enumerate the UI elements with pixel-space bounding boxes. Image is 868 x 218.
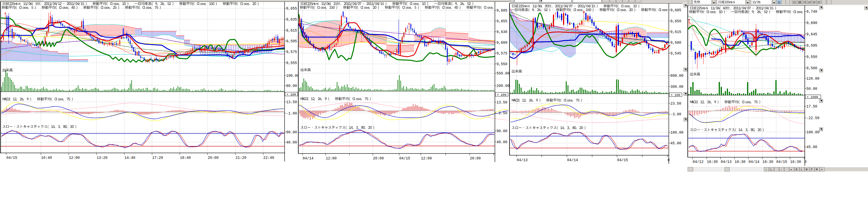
- svg-text:9,550: 9,550: [496, 62, 507, 66]
- svg-text:16:30: 16:30: [735, 160, 746, 164]
- svg-text:9,550: 9,550: [806, 55, 817, 59]
- svg-text:16:30: 16:30: [790, 160, 801, 164]
- svg-text:9,685: 9,685: [671, 8, 681, 12]
- svg-text:550.00: 550.00: [496, 72, 509, 76]
- svg-text:04/15: 04/15: [6, 156, 18, 160]
- svg-text:9,615: 9,615: [286, 29, 297, 33]
- svg-text:800.00: 800.00: [671, 74, 683, 78]
- svg-text:× 100: × 100: [671, 93, 680, 97]
- svg-text:04/14: 04/14: [303, 157, 314, 161]
- svg-text:M: M: [816, 168, 818, 171]
- svg-text:▾: ▾: [821, 168, 823, 171]
- svg-text:14:40: 14:40: [124, 156, 135, 160]
- svg-text:80.00: 80.00: [286, 84, 297, 88]
- svg-text:R: R: [806, 168, 808, 171]
- svg-text:9,595: 9,595: [806, 44, 817, 48]
- svg-text:04/15: 04/15: [776, 160, 787, 164]
- svg-text:9,575: 9,575: [286, 50, 297, 54]
- svg-text:22:40: 22:40: [263, 156, 274, 160]
- svg-text:100.00: 100.00: [671, 131, 683, 135]
- svg-text:9,500: 9,500: [806, 66, 817, 71]
- svg-text:16:30: 16:30: [763, 160, 773, 164]
- svg-text:9,690: 9,690: [806, 21, 817, 25]
- svg-text:9,600: 9,600: [496, 41, 507, 45]
- svg-text:-3.00: -3.00: [671, 112, 681, 116]
- svg-text:04/15: 04/15: [399, 157, 410, 161]
- svg-text:04/13: 04/13: [721, 160, 732, 164]
- svg-text:9,635: 9,635: [286, 18, 297, 22]
- svg-text:04/13: 04/13: [517, 158, 528, 162]
- svg-text:↕: ↕: [765, 168, 767, 171]
- svg-text:× 100: × 100: [497, 93, 506, 97]
- svg-text:9,650: 9,650: [671, 20, 681, 24]
- svg-text:9,655: 9,655: [286, 7, 297, 11]
- svg-text:9,685: 9,685: [496, 9, 507, 13]
- svg-text:17.50: 17.50: [806, 105, 817, 109]
- svg-text:-2.50: -2.50: [496, 111, 507, 115]
- svg-text:12:00: 12:00: [69, 156, 80, 160]
- svg-text:↓: ↓: [781, 168, 782, 171]
- svg-text:©: ©: [811, 168, 813, 171]
- svg-text:20:00: 20:00: [470, 157, 481, 161]
- svg-text:9,580: 9,580: [671, 41, 681, 45]
- svg-text:90.00: 90.00: [496, 129, 507, 133]
- svg-text:▸: ▸: [791, 168, 793, 171]
- svg-text:04/12: 04/12: [693, 160, 704, 164]
- svg-text:190.00: 190.00: [286, 74, 299, 78]
- svg-text:300.00: 300.00: [671, 85, 683, 89]
- svg-text:13.50: 13.50: [496, 101, 507, 105]
- svg-text:D: D: [796, 168, 797, 171]
- svg-text:13.50: 13.50: [286, 100, 297, 104]
- svg-text:200.00: 200.00: [496, 84, 509, 88]
- svg-text:04/14: 04/14: [748, 160, 760, 164]
- svg-text:9,740: 9,740: [806, 10, 817, 14]
- svg-text:9,630: 9,630: [496, 30, 507, 34]
- svg-text:9,575: 9,575: [496, 52, 507, 56]
- svg-text:9,615: 9,615: [671, 30, 681, 34]
- svg-text:50.00: 50.00: [806, 87, 817, 91]
- svg-text:21:20: 21:20: [236, 156, 247, 160]
- svg-text:23.50: 23.50: [671, 102, 681, 106]
- svg-text:90.00: 90.00: [286, 131, 297, 135]
- svg-text:9,655: 9,655: [496, 20, 507, 24]
- svg-text:120.00: 120.00: [806, 77, 819, 81]
- svg-text:100.00: 100.00: [806, 131, 819, 135]
- svg-text:0: 0: [668, 158, 670, 162]
- svg-text:0: 0: [804, 160, 807, 164]
- svg-text:40.00: 40.00: [286, 141, 297, 145]
- svg-text:18:40: 18:40: [180, 156, 191, 160]
- svg-text:-22.50: -22.50: [806, 116, 819, 120]
- svg-text:12:00: 12:00: [326, 157, 337, 161]
- svg-text:9,595: 9,595: [286, 39, 297, 44]
- svg-text:-1.00: -1.00: [286, 112, 297, 116]
- svg-text:45.00: 45.00: [671, 141, 681, 145]
- svg-text:× 100: × 100: [286, 93, 296, 96]
- svg-text:17:20: 17:20: [152, 156, 163, 160]
- svg-text:40.00: 40.00: [496, 140, 507, 144]
- svg-text:9,545: 9,545: [671, 52, 681, 56]
- svg-text:9,645: 9,645: [806, 32, 817, 36]
- svg-text:20:00: 20:00: [208, 156, 219, 160]
- svg-text:04/15: 04/15: [617, 158, 628, 162]
- svg-text:45.00: 45.00: [806, 145, 817, 149]
- svg-text:13:20: 13:20: [97, 156, 107, 160]
- svg-text:04/14: 04/14: [567, 158, 578, 162]
- svg-text:L: L: [771, 168, 772, 171]
- svg-text:L: L: [801, 168, 803, 171]
- svg-text:16:30: 16:30: [707, 160, 718, 164]
- svg-text:× 1000: × 1000: [807, 96, 818, 99]
- svg-text:9,555: 9,555: [286, 61, 297, 65]
- svg-text:10:40: 10:40: [41, 156, 52, 160]
- svg-text:12:00: 12:00: [421, 157, 432, 161]
- svg-text:20:00: 20:00: [373, 157, 384, 161]
